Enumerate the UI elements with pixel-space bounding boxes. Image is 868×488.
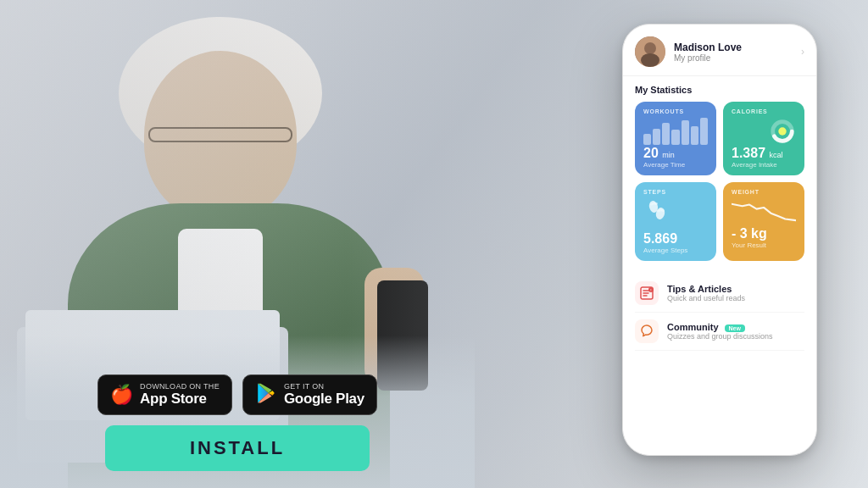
googleplay-icon	[255, 382, 277, 408]
svg-point-1	[644, 42, 656, 54]
calories-sub: Average Intake	[732, 161, 796, 169]
tips-text: Tips & Articles Quick and useful reads	[667, 284, 745, 302]
community-text: Community New Quizzes and group discussi…	[667, 322, 773, 341]
workouts-value: 20 min	[643, 147, 708, 160]
steps-sub: Average Steps	[643, 247, 708, 254]
stats-section: My Statistics WORKOUTS	[623, 76, 816, 269]
tips-menu-item[interactable]: ! Tips & Articles Quick and useful reads	[635, 274, 804, 313]
phone-screen: Madison Love My profile › My Statistics …	[623, 25, 816, 455]
svg-point-5	[778, 127, 786, 135]
weight-label: WEIGHT	[732, 189, 796, 195]
community-title: Community New	[667, 322, 773, 332]
weight-value: - 3 kg	[732, 227, 796, 241]
install-button[interactable]: INSTALL	[105, 425, 370, 471]
footsteps-icon	[643, 198, 708, 230]
tips-icon: !	[635, 281, 659, 305]
community-menu-item[interactable]: Community New Quizzes and group discussi…	[635, 313, 804, 351]
profile-name: Madison Love	[674, 42, 801, 53]
bottom-section: 🍎 Download on the App Store	[0, 336, 475, 488]
weight-sub: Your Result	[732, 241, 796, 249]
apple-icon: 🍎	[110, 385, 133, 404]
profile-subtitle: My profile	[674, 53, 801, 63]
stats-title: My Statistics	[635, 85, 804, 95]
svg-text:!: !	[650, 288, 651, 292]
tips-title: Tips & Articles	[667, 284, 745, 294]
community-icon	[635, 319, 659, 343]
phone-mockup: Madison Love My profile › My Statistics …	[622, 24, 817, 456]
profile-chevron-icon[interactable]: ›	[801, 46, 804, 58]
new-badge: New	[725, 324, 745, 332]
googleplay-main-line: Google Play	[284, 391, 364, 408]
community-desc: Quizzes and group discussions	[667, 332, 773, 341]
profile-section[interactable]: Madison Love My profile ›	[623, 25, 816, 76]
bar-5	[682, 120, 689, 145]
appstore-top-line: Download on the	[140, 382, 220, 391]
appstore-main-line: App Store	[140, 391, 220, 408]
weight-card[interactable]: WEIGHT - 3 kg Your Result	[723, 182, 804, 261]
svg-point-2	[641, 53, 659, 67]
googleplay-button[interactable]: GET IT ON Google Play	[242, 374, 377, 415]
workouts-chart	[643, 118, 708, 145]
avatar	[635, 36, 665, 67]
bar-7	[700, 118, 708, 145]
workouts-card[interactable]: WORKOUTS 20 min Average Time	[635, 102, 716, 175]
bar-6	[691, 126, 698, 145]
weight-chart	[732, 198, 796, 225]
store-buttons-container: 🍎 Download on the App Store	[97, 374, 377, 415]
calories-value: 1.387 kcal	[732, 147, 796, 160]
bar-3	[662, 123, 670, 145]
bar-4	[671, 130, 679, 145]
stats-grid: WORKOUTS 20 min Average Time	[635, 102, 804, 261]
steps-card[interactable]: STEPS 5.869	[635, 182, 716, 261]
workouts-sub: Average Time	[643, 161, 708, 169]
calories-chart	[732, 118, 796, 145]
steps-label: STEPS	[643, 189, 708, 195]
tips-desc: Quick and useful reads	[667, 294, 745, 302]
steps-value: 5.869	[643, 232, 708, 246]
appstore-button[interactable]: 🍎 Download on the App Store	[97, 374, 232, 415]
googleplay-top-line: GET IT ON	[284, 382, 364, 391]
profile-info: Madison Love My profile	[674, 42, 801, 63]
bar-1	[643, 134, 651, 145]
menu-section: ! Tips & Articles Quick and useful reads	[623, 269, 816, 356]
workouts-label: WORKOUTS	[643, 108, 708, 114]
calories-label: CALORIES	[732, 108, 796, 114]
bar-2	[653, 129, 660, 145]
calories-card[interactable]: CALORIES 1.387 kcal Average Intake	[723, 102, 804, 175]
